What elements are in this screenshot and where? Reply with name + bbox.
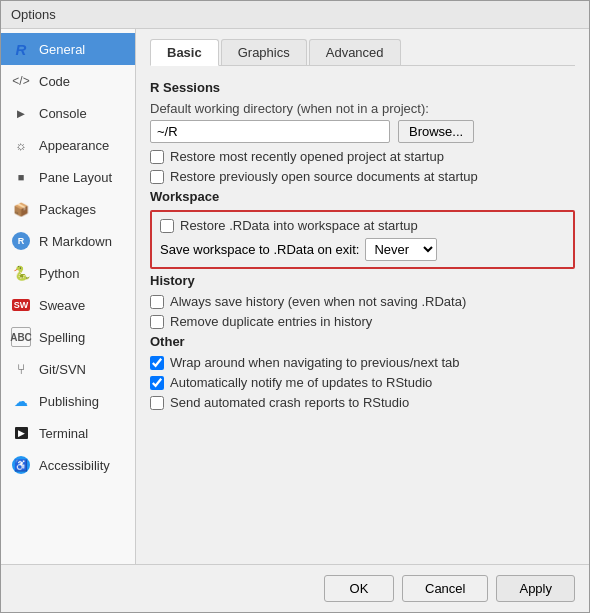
browse-button[interactable]: Browse... bbox=[398, 120, 474, 143]
options-window: Options R General </> Code ► Console bbox=[0, 0, 590, 613]
working-dir-input[interactable] bbox=[150, 120, 390, 143]
dir-label: Default working directory (when not in a… bbox=[150, 101, 575, 116]
wrap-around-row: Wrap around when navigating to previous/… bbox=[150, 355, 575, 370]
ok-button[interactable]: OK bbox=[324, 575, 394, 602]
sidebar-item-r-markdown[interactable]: R R Markdown bbox=[1, 225, 135, 257]
publishing-icon: ☁ bbox=[11, 391, 31, 411]
other-section: Other Wrap around when navigating to pre… bbox=[150, 334, 575, 415]
tab-bar: Basic Graphics Advanced bbox=[150, 39, 575, 66]
r-sessions-section: R Sessions Default working directory (wh… bbox=[150, 80, 575, 189]
restore-project-label: Restore most recently opened project at … bbox=[170, 149, 444, 164]
sidebar-label-general: General bbox=[39, 42, 85, 57]
workspace-title: Workspace bbox=[150, 189, 575, 204]
save-workspace-row: Save workspace to .RData on exit: Never … bbox=[160, 238, 565, 261]
restore-project-row: Restore most recently opened project at … bbox=[150, 149, 575, 164]
tab-basic[interactable]: Basic bbox=[150, 39, 219, 66]
sidebar-label-git-svn: Git/SVN bbox=[39, 362, 86, 377]
sidebar-item-spelling[interactable]: ABC Spelling bbox=[1, 321, 135, 353]
apply-button[interactable]: Apply bbox=[496, 575, 575, 602]
window-title: Options bbox=[11, 7, 56, 22]
dir-field-row: Browse... bbox=[150, 120, 575, 143]
sidebar-item-sweave[interactable]: SW Sweave bbox=[1, 289, 135, 321]
sidebar-item-python[interactable]: 🐍 Python bbox=[1, 257, 135, 289]
history-title: History bbox=[150, 273, 575, 288]
sidebar-item-pane-layout[interactable]: ■ Pane Layout bbox=[1, 161, 135, 193]
sidebar-item-code[interactable]: </> Code bbox=[1, 65, 135, 97]
general-icon: R bbox=[11, 39, 31, 59]
sidebar-label-pane-layout: Pane Layout bbox=[39, 170, 112, 185]
code-icon: </> bbox=[11, 71, 31, 91]
sidebar-label-packages: Packages bbox=[39, 202, 96, 217]
title-bar: Options bbox=[1, 1, 589, 29]
sidebar-item-terminal[interactable]: ▶ Terminal bbox=[1, 417, 135, 449]
sidebar-label-console: Console bbox=[39, 106, 87, 121]
sidebar-item-publishing[interactable]: ☁ Publishing bbox=[1, 385, 135, 417]
sidebar-label-r-markdown: R Markdown bbox=[39, 234, 112, 249]
restore-rdata-row: Restore .RData into workspace at startup bbox=[160, 218, 565, 233]
other-title: Other bbox=[150, 334, 575, 349]
sidebar-label-spelling: Spelling bbox=[39, 330, 85, 345]
sidebar-label-publishing: Publishing bbox=[39, 394, 99, 409]
always-save-history-row: Always save history (even when not savin… bbox=[150, 294, 575, 309]
console-icon: ► bbox=[11, 103, 31, 123]
crash-reports-label: Send automated crash reports to RStudio bbox=[170, 395, 409, 410]
footer: OK Cancel Apply bbox=[1, 564, 589, 612]
always-save-history-label: Always save history (even when not savin… bbox=[170, 294, 466, 309]
sidebar-item-accessibility[interactable]: ♿ Accessibility bbox=[1, 449, 135, 481]
packages-icon: 📦 bbox=[11, 199, 31, 219]
sidebar-label-accessibility: Accessibility bbox=[39, 458, 110, 473]
restore-docs-label: Restore previously open source documents… bbox=[170, 169, 478, 184]
sidebar-item-appearance[interactable]: ☼ Appearance bbox=[1, 129, 135, 161]
git-svn-icon: ⑂ bbox=[11, 359, 31, 379]
accessibility-icon: ♿ bbox=[11, 455, 31, 475]
history-section: History Always save history (even when n… bbox=[150, 273, 575, 334]
sidebar-item-packages[interactable]: 📦 Packages bbox=[1, 193, 135, 225]
sidebar-item-console[interactable]: ► Console bbox=[1, 97, 135, 129]
sidebar-label-sweave: Sweave bbox=[39, 298, 85, 313]
auto-notify-checkbox[interactable] bbox=[150, 376, 164, 390]
restore-rdata-label: Restore .RData into workspace at startup bbox=[180, 218, 418, 233]
sidebar-label-code: Code bbox=[39, 74, 70, 89]
sidebar-item-git-svn[interactable]: ⑂ Git/SVN bbox=[1, 353, 135, 385]
workspace-section: Workspace Restore .RData into workspace … bbox=[150, 189, 575, 273]
auto-notify-row: Automatically notify me of updates to RS… bbox=[150, 375, 575, 390]
wrap-around-label: Wrap around when navigating to previous/… bbox=[170, 355, 460, 370]
restore-project-checkbox[interactable] bbox=[150, 150, 164, 164]
always-save-history-checkbox[interactable] bbox=[150, 295, 164, 309]
restore-docs-row: Restore previously open source documents… bbox=[150, 169, 575, 184]
spelling-icon: ABC bbox=[11, 327, 31, 347]
appearance-icon: ☼ bbox=[11, 135, 31, 155]
tab-advanced[interactable]: Advanced bbox=[309, 39, 401, 65]
crash-reports-checkbox[interactable] bbox=[150, 396, 164, 410]
python-icon: 🐍 bbox=[11, 263, 31, 283]
sidebar-label-terminal: Terminal bbox=[39, 426, 88, 441]
restore-rdata-checkbox[interactable] bbox=[160, 219, 174, 233]
remove-duplicates-label: Remove duplicate entries in history bbox=[170, 314, 372, 329]
workspace-box: Restore .RData into workspace at startup… bbox=[150, 210, 575, 269]
remove-duplicates-row: Remove duplicate entries in history bbox=[150, 314, 575, 329]
pane-layout-icon: ■ bbox=[11, 167, 31, 187]
sweave-icon: SW bbox=[11, 295, 31, 315]
sidebar-label-python: Python bbox=[39, 266, 79, 281]
cancel-button[interactable]: Cancel bbox=[402, 575, 488, 602]
r-markdown-icon: R bbox=[11, 231, 31, 251]
wrap-around-checkbox[interactable] bbox=[150, 356, 164, 370]
r-sessions-title: R Sessions bbox=[150, 80, 575, 95]
tab-graphics[interactable]: Graphics bbox=[221, 39, 307, 65]
crash-reports-row: Send automated crash reports to RStudio bbox=[150, 395, 575, 410]
sidebar: R General </> Code ► Console ☼ Appearanc… bbox=[1, 29, 136, 564]
save-workspace-label: Save workspace to .RData on exit: bbox=[160, 242, 359, 257]
remove-duplicates-checkbox[interactable] bbox=[150, 315, 164, 329]
save-workspace-select[interactable]: Never Always Ask bbox=[365, 238, 437, 261]
sidebar-item-general[interactable]: R General bbox=[1, 33, 135, 65]
auto-notify-label: Automatically notify me of updates to RS… bbox=[170, 375, 432, 390]
sidebar-label-appearance: Appearance bbox=[39, 138, 109, 153]
content-area: R General </> Code ► Console ☼ Appearanc… bbox=[1, 29, 589, 564]
restore-docs-checkbox[interactable] bbox=[150, 170, 164, 184]
main-content: Basic Graphics Advanced R Sessions Defau… bbox=[136, 29, 589, 564]
terminal-icon: ▶ bbox=[11, 423, 31, 443]
